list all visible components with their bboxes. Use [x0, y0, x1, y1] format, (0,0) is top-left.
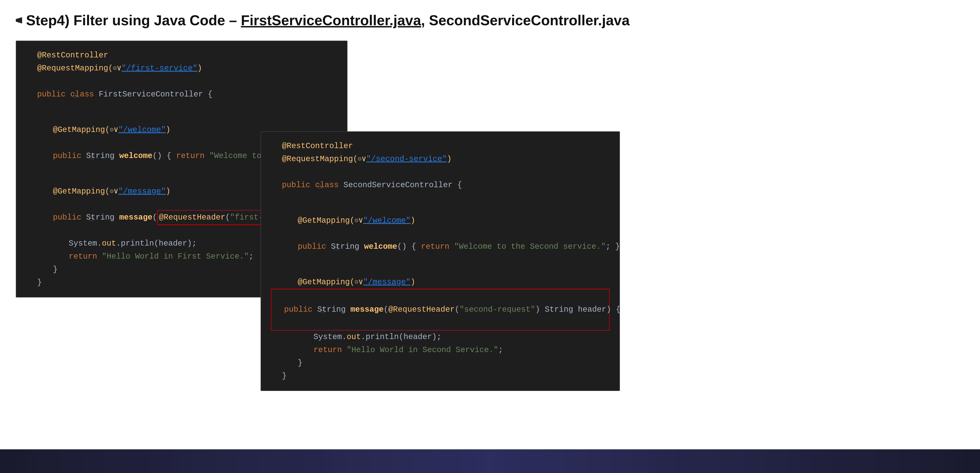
annotation-get-welcome: @GetMapping( — [53, 124, 110, 137]
gear-icon-3: ⚙ — [110, 186, 113, 197]
code-line-blank-3 — [271, 205, 609, 214]
keyword-public-2: public — [53, 149, 86, 162]
string-hello-first: "Hello World in First Service." — [102, 250, 249, 263]
get-mapping-arrow-4: ∨ — [358, 276, 363, 289]
annotation-mapping-close-2: ) — [447, 153, 452, 166]
gear-icon-4: ⚙ — [358, 154, 361, 165]
page-title: Step4) Filter using Java Code – FirstSer… — [26, 12, 630, 29]
gear-icon-6: ⚙ — [355, 277, 358, 287]
keyword-public: public — [37, 88, 70, 101]
paren-open-4: ( — [383, 303, 388, 316]
gutter: − — [42, 137, 50, 176]
code-line: } — [271, 357, 609, 370]
gutter: − — [273, 290, 281, 329]
req-header-close-2: ) — [535, 303, 545, 316]
gutter: − — [271, 166, 279, 205]
annotation-mapping-arrow: ∨ — [117, 62, 121, 75]
string-welcome-2: "Welcome to the Second service." — [454, 240, 606, 253]
annotation-mapping-close: ) — [197, 62, 202, 75]
out-method-2: out — [347, 330, 361, 344]
gear-icon-5: ⚙ — [355, 216, 358, 226]
type-string-2: String — [86, 211, 119, 224]
println-2: .println(header); — [361, 330, 441, 344]
code-panels: @RestController @RequestMapping(⚙∨"/firs… — [16, 41, 964, 297]
method-welcome: welcome — [119, 149, 153, 162]
req-header-paren: ( — [225, 213, 230, 222]
system-out: System. — [69, 237, 102, 250]
annotation-get-message-2: @GetMapping( — [298, 276, 355, 289]
paren-open-3: () { — [397, 240, 421, 253]
mapping-link-2[interactable]: "/second-service" — [366, 153, 447, 166]
welcome-link[interactable]: "/welcome" — [118, 124, 165, 137]
welcome-link-2[interactable]: "/welcome" — [363, 214, 410, 227]
println: .println(header); — [116, 237, 197, 250]
message-link[interactable]: "/message" — [118, 185, 165, 198]
keyword-public-4: public — [282, 179, 315, 192]
code-line: @RequestMapping(⚙∨"/first-service") — [26, 62, 337, 75]
get-mapping-close-3: ) — [410, 214, 415, 227]
semicolon-brace-2: ; } — [606, 240, 620, 253]
code-line-blank-4 — [271, 266, 609, 276]
code-line: − public String welcome() { return "Welc… — [271, 227, 609, 266]
close-brace-class: } — [37, 276, 42, 289]
code-line: @RestController — [271, 140, 609, 153]
code-line: @GetMapping(⚙∨"/message") — [271, 276, 609, 289]
method-message-2: message — [350, 303, 383, 316]
class-name: FirstServiceController { — [99, 88, 212, 101]
mapping-link[interactable]: "/first-service" — [121, 62, 197, 75]
req-header-paren-2: ( — [455, 303, 460, 316]
keyword-public-5: public — [298, 240, 331, 253]
semicolon-2: ; — [249, 250, 253, 263]
req-header-value-2: "second-request" — [460, 303, 535, 316]
code-line: } — [271, 370, 609, 383]
slide-container: Step4) Filter using Java Code – FirstSer… — [0, 0, 980, 473]
code-line: @GetMapping(⚙∨"/welcome") — [271, 214, 609, 227]
get-mapping-arrow: ∨ — [113, 124, 118, 137]
second-controller-link: SecondServiceController.java — [429, 13, 630, 28]
code-line: @RequestMapping(⚙∨"/second-service") — [271, 153, 609, 166]
bottom-bar — [0, 449, 980, 473]
type-string-3: String — [331, 240, 364, 253]
class-name-2: SecondServiceController { — [344, 179, 462, 192]
annotation-get-message: @GetMapping( — [53, 185, 110, 198]
close-brace-class-2: } — [282, 370, 286, 383]
keyword-return-2: return — [69, 250, 102, 263]
get-mapping-close: ) — [165, 124, 170, 137]
annotation-mapping-2: @RequestMapping( — [282, 153, 358, 166]
system-out-2: System. — [313, 330, 347, 344]
req-header-param-2: header) { — [578, 303, 620, 316]
gutter: − — [26, 75, 34, 114]
out-method: out — [102, 237, 116, 250]
code-line: return "Hello World in Second Service."; — [271, 344, 609, 357]
annotation-mapping: @RequestMapping( — [37, 62, 113, 75]
title-line: Step4) Filter using Java Code – FirstSer… — [16, 12, 964, 29]
type-string: String — [86, 149, 119, 162]
req-header-annotation-2: @RequestHeader — [388, 303, 455, 316]
get-mapping-close-2: ) — [165, 185, 170, 198]
gear-icon-2: ⚙ — [110, 125, 113, 135]
close-brace-method-2: } — [298, 357, 302, 370]
get-mapping-close-4: ) — [410, 276, 415, 289]
get-mapping-arrow-3: ∨ — [358, 214, 363, 227]
code-line: System.out.println(header); — [271, 330, 609, 344]
code-line-highlight-2: − public String message(@RequestHeader("… — [271, 289, 609, 330]
keyword-public-3: public — [53, 211, 86, 224]
keyword-class-2: class — [315, 179, 344, 192]
method-message: message — [119, 211, 153, 224]
message-link-2[interactable]: "/message" — [363, 276, 410, 289]
first-controller-link[interactable]: FirstServiceController.java — [241, 13, 421, 28]
get-mapping-arrow-2: ∨ — [113, 185, 118, 198]
annotation-rest: @RestController — [37, 49, 108, 62]
close-brace-method: } — [53, 263, 58, 276]
title-prefix: Step4) Filter using Java Code – — [26, 13, 241, 28]
paren-open: () { — [153, 149, 176, 162]
req-header-type-2: String — [545, 303, 578, 316]
annotation-mapping-arrow-2: ∨ — [361, 153, 366, 166]
annotation-rest-2: @RestController — [282, 140, 353, 153]
annotation-get-welcome-2: @GetMapping( — [298, 214, 355, 227]
paren-open-2: ( — [153, 211, 157, 224]
method-welcome-2: welcome — [364, 240, 397, 253]
second-service-panel: @RestController @RequestMapping(⚙∨"/seco… — [261, 131, 620, 391]
code-line-blank — [26, 114, 337, 124]
gutter: − — [286, 227, 294, 266]
